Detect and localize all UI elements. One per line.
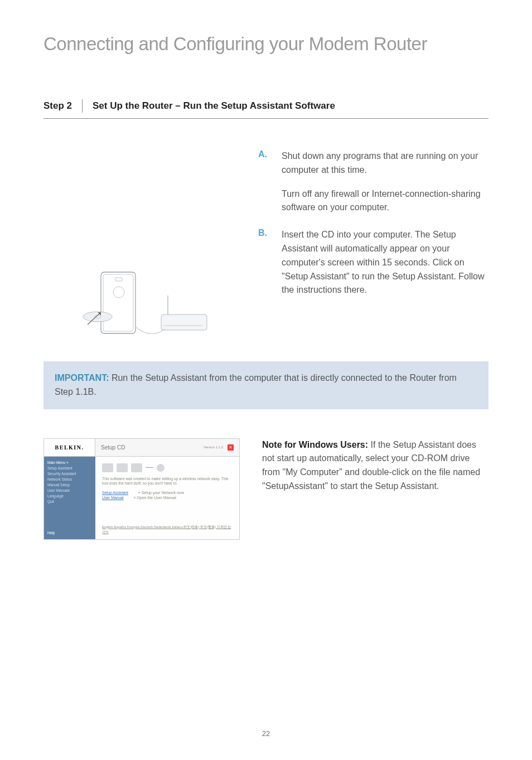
important-callout: IMPORTANT: Run the Setup Assistant from … (43, 361, 489, 409)
user-manual-link: User Manual (102, 496, 124, 500)
step-title: Set Up the Router – Run the Setup Assist… (83, 100, 335, 112)
sidebar-item: Setup Assistant (47, 466, 92, 471)
language-links: English Español Français Deutsch Nederla… (102, 525, 233, 535)
pc-router-illustration-icon (73, 267, 218, 345)
sidebar-item: Security Assistant (47, 471, 92, 477)
sidebar-main-menu: Main Menu » (47, 460, 92, 466)
item-a-paragraph-2: Turn off any firewall or Internet-connec… (282, 187, 489, 215)
setup-assistant-hint: » Setup your Network now (138, 491, 184, 495)
screenshot-version: Version 1.1.2 (204, 446, 223, 449)
user-manual-hint: » Open the User Manual (134, 496, 176, 500)
cable-icon (146, 467, 153, 468)
sidebar-help: Help (47, 531, 92, 536)
list-item-a: A. Shut down any programs that are runni… (258, 149, 489, 215)
list-item-b: B. Insert the CD into your computer. The… (258, 228, 489, 297)
svg-rect-1 (103, 274, 133, 331)
item-a-paragraph-1: Shut down any programs that are running … (282, 149, 489, 177)
pc-icon (117, 463, 128, 472)
illustration (43, 149, 247, 345)
page-title: Connecting and Configuring your Modem Ro… (43, 33, 489, 55)
belkin-logo: BELKIN. (44, 439, 95, 456)
globe-icon (157, 464, 165, 472)
list-letter-a: A. (258, 149, 270, 215)
svg-rect-6 (161, 314, 207, 330)
sidebar-item: User Manuals (47, 488, 92, 493)
monitor-icon (102, 463, 113, 472)
windows-note: Note for Windows Users: If the Setup Ass… (262, 438, 489, 540)
item-b-paragraph-1: Insert the CD into your computer. The Se… (282, 228, 489, 297)
setup-cd-screenshot: BELKIN. Setup CD Version 1.1.2 ✕ Main Me… (43, 438, 240, 540)
sidebar-item: Manual Setup (47, 482, 92, 488)
step-header: Step 2 Set Up the Router – Run the Setup… (43, 99, 489, 119)
screenshot-description: This software was created to make settin… (102, 477, 233, 487)
important-label: IMPORTANT: (55, 373, 109, 383)
close-icon: ✕ (228, 444, 234, 451)
svg-point-3 (113, 287, 124, 298)
step-label: Step 2 (43, 99, 83, 113)
sidebar-item: Network Status (47, 477, 92, 482)
setup-assistant-link: Setup Assistant (102, 491, 128, 495)
page-number: 22 (0, 729, 532, 738)
list-letter-b: B. (258, 228, 270, 297)
screenshot-title: Setup CD (101, 444, 125, 451)
sidebar-item: Language (47, 493, 92, 499)
wifi-icon (131, 463, 142, 472)
sidebar-item: Quit (47, 499, 92, 505)
important-text: Run the Setup Assistant from the compute… (55, 373, 457, 396)
svg-rect-2 (115, 278, 122, 281)
windows-note-label: Note for Windows Users: (262, 440, 368, 449)
